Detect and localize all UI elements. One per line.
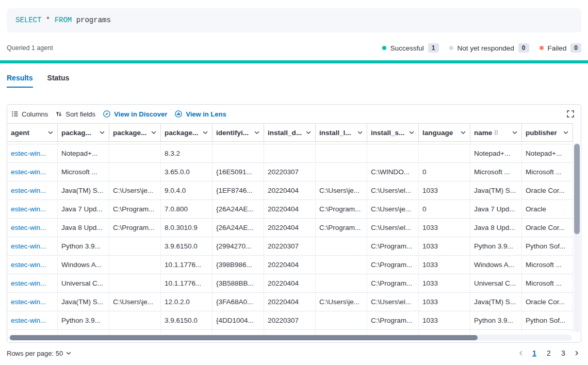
cell: Oracle Cor... (522, 181, 573, 200)
cell: Python Sof... (522, 237, 573, 255)
chevron-down-icon[interactable] (202, 129, 208, 136)
horizontal-scrollbar-thumb[interactable] (10, 335, 478, 340)
table-row: estec-win...Windows A...10.1.1776...{398… (7, 256, 573, 274)
cell: 0 (419, 200, 470, 218)
agent-link[interactable]: estec-win... (7, 311, 58, 329)
cell: Notepad+... (522, 144, 573, 162)
chevron-down-icon[interactable] (305, 129, 312, 136)
status-not-yet-responded: Not yet responded0 (449, 43, 529, 53)
chevron-down-icon[interactable] (563, 129, 569, 136)
sort-fields-button[interactable]: Sort fields (55, 110, 95, 118)
chevron-down-icon[interactable] (151, 129, 157, 136)
rows-per-page-label: Rows per page: 50 (7, 350, 63, 357)
cell: 20220404 (264, 200, 316, 218)
cell: 1033 (419, 274, 470, 292)
chevron-down-icon[interactable] (254, 129, 260, 136)
table-row: estec-win...Java 8 Upd...C:\Program...8.… (7, 219, 573, 237)
agent-link[interactable]: estec-win... (7, 237, 58, 255)
sql-keyword: FROM (55, 16, 72, 24)
sql-text: * (41, 16, 54, 24)
columns-button[interactable]: Columns (11, 110, 48, 118)
chevron-down-icon[interactable] (99, 129, 105, 136)
cell: 9.0.4.0 (161, 181, 213, 200)
cell (316, 142, 367, 144)
column-header-package[interactable]: package... (109, 124, 161, 141)
query-editor[interactable]: SELECT * FROM programs (7, 8, 581, 32)
view-in-lens-label: View in Lens (186, 110, 226, 118)
agent-link[interactable]: estec-win... (7, 293, 58, 311)
status-failed: Failed0 (540, 43, 581, 53)
cell: Java(TM) S... (58, 181, 109, 200)
tab-status[interactable]: Status (47, 74, 70, 88)
page-button-2[interactable]: 2 (543, 348, 554, 358)
drag-handle-icon[interactable] (494, 129, 499, 136)
table-row: estec-win...Microsoft ...3.65.0.0{16E509… (7, 163, 573, 181)
view-in-discover-link[interactable]: View in Discover (103, 110, 167, 118)
cell (316, 330, 367, 334)
tab-results[interactable]: Results (7, 74, 33, 88)
rows-per-page-button[interactable]: Rows per page: 50 (7, 350, 72, 357)
cell: {26A24AE... (213, 219, 264, 237)
cell (109, 311, 161, 329)
fullscreen-button[interactable] (564, 108, 577, 120)
cell: C:\Users\je... (316, 181, 367, 200)
agent-link[interactable]: estec-win... (7, 274, 58, 292)
cell (109, 237, 161, 255)
chevron-down-icon[interactable] (357, 129, 363, 136)
horizontal-scrollbar[interactable] (8, 335, 572, 341)
cell: {3B588BB... (213, 274, 264, 292)
column-header-agent[interactable]: agent (7, 124, 58, 141)
column-header-install_d[interactable]: install_d... (264, 124, 316, 141)
agent-link[interactable]: estec-win... (7, 144, 58, 162)
vertical-scrollbar[interactable] (574, 143, 580, 333)
table-row (7, 330, 573, 334)
agent-link[interactable]: estec-win... (7, 219, 58, 237)
columns-icon (11, 110, 19, 118)
cell: Java 7 Upd... (470, 200, 522, 218)
cell (109, 163, 161, 181)
cell: C:\Users\je... (316, 293, 367, 311)
chevron-down-icon[interactable] (512, 129, 518, 136)
vertical-scrollbar-thumb[interactable] (574, 144, 580, 234)
agent-link[interactable]: estec-win... (7, 163, 58, 181)
cell: Java(TM) S... (470, 181, 522, 200)
cell: 1033 (419, 237, 470, 255)
column-header-publisher[interactable]: publisher (522, 124, 573, 141)
chevron-down-icon[interactable] (47, 129, 54, 136)
cell (522, 330, 573, 334)
chevron-down-icon[interactable] (409, 129, 415, 136)
column-header-language[interactable]: language (419, 124, 470, 141)
column-header-name[interactable]: name (470, 124, 522, 141)
agent-link[interactable]: estec-win... (7, 256, 58, 274)
column-header-install_s[interactable]: install_s... (367, 124, 419, 141)
page-button-1[interactable]: 1 (529, 348, 540, 358)
cell: C:\Users\je... (109, 293, 161, 311)
column-header-install_l[interactable]: install_l... (316, 124, 367, 141)
chevron-down-icon[interactable] (460, 129, 466, 136)
sql-text: programs (72, 16, 111, 24)
page-button-3[interactable]: 3 (558, 348, 569, 358)
cell: 3.9.6150.0 (161, 237, 213, 255)
cell (419, 330, 470, 334)
column-header-identifyi[interactable]: identifyi... (213, 124, 264, 141)
next-page-button[interactable] (572, 350, 581, 357)
cell (419, 144, 470, 162)
view-in-lens-link[interactable]: View in Lens (174, 110, 226, 118)
cell: 20220307 (264, 311, 316, 329)
cell: 3.65.0.0 (161, 163, 213, 181)
cell: 20220404 (264, 256, 316, 274)
lens-icon (174, 110, 183, 118)
query-progress-bar (0, 60, 588, 63)
cell: C:\WINDO... (367, 163, 419, 181)
cell: Notepad+... (470, 144, 522, 162)
column-header-package[interactable]: package... (161, 124, 213, 141)
column-header-packag[interactable]: packag... (58, 124, 109, 141)
status-summary: Successful1Not yet responded0Failed0 (382, 43, 581, 53)
column-header-label: packag... (61, 129, 91, 137)
cell: 3.9.6150.0 (161, 311, 213, 329)
cell: Python 3.9... (470, 237, 522, 255)
previous-page-button[interactable] (516, 350, 526, 357)
agent-link[interactable]: estec-win... (7, 200, 58, 218)
status-label: Failed (548, 44, 567, 52)
agent-link[interactable]: estec-win... (7, 181, 58, 200)
